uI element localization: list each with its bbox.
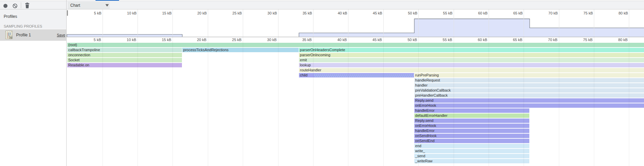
svg-text:%: % [9,35,12,39]
